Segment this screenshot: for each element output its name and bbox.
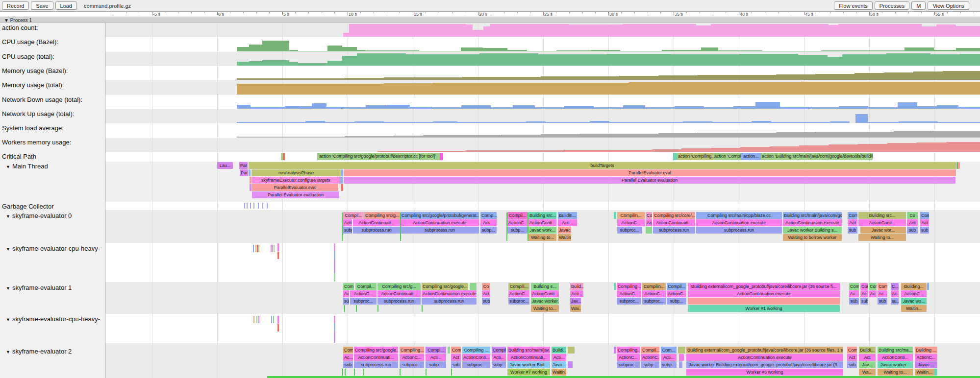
trace-block[interactable]: action 'Compili...: [713, 153, 741, 160]
trace-block[interactable]: Acti...: [426, 354, 446, 361]
trace-block[interactable]: ActionConti...: [531, 290, 559, 297]
trace-block[interactable]: Building...: [901, 283, 927, 290]
trace-block[interactable]: [568, 361, 573, 368]
trace-block[interactable]: Compi...: [426, 347, 446, 354]
trace-block[interactable]: Building external/com_google_protobuf/ja…: [686, 347, 843, 354]
trace-block[interactable]: Acti...: [343, 219, 352, 226]
trace-block[interactable]: ParallelEvaluator.eval: [344, 169, 956, 176]
sidebar-label-skyframe-evaluator-cpu-heavy[interactable]: ▼skyframe-evaluator-cpu-heavy-: [0, 245, 104, 252]
trace-block[interactable]: Build...: [570, 283, 583, 290]
trace-block[interactable]: Act: [848, 219, 857, 226]
trace-block[interactable]: Building ...: [915, 347, 937, 354]
trace-block[interactable]: subprocess.run: [696, 227, 782, 234]
trace-block[interactable]: [678, 347, 685, 354]
trace-block[interactable]: Java...: [552, 361, 566, 368]
trace-block[interactable]: Jav...: [859, 361, 876, 368]
trace-block[interactable]: ActionContinuation.execute: [783, 219, 842, 226]
trace-block[interactable]: Compiling ...: [617, 283, 641, 290]
trace-block[interactable]: ActionContinuation.execute: [401, 219, 479, 226]
processes-button[interactable]: Processes: [875, 1, 909, 10]
trace-block[interactable]: [341, 184, 343, 191]
flow-events-button[interactable]: Flow events: [834, 1, 873, 10]
trace-block[interactable]: Com...: [661, 347, 677, 354]
trace-block[interactable]: Waiting to borrow worker: [783, 234, 842, 241]
trace-block[interactable]: Jav...: [570, 298, 581, 305]
trace-block[interactable]: subp...: [641, 361, 659, 368]
trace-block[interactable]: Compil...: [507, 212, 528, 219]
trace-block[interactable]: Com: [848, 212, 857, 219]
sidebar-label-skyframe-evaluator-cpu-heavy[interactable]: ▼skyframe-evaluator-cpu-heavy-: [0, 315, 104, 323]
trace-block[interactable]: Compili...: [508, 283, 529, 290]
trace-block[interactable]: ActionContinuati...: [377, 290, 421, 297]
trace-block[interactable]: sub: [920, 227, 929, 234]
trace-block[interactable]: Compilin...: [617, 212, 645, 219]
trace-block[interactable]: [679, 354, 684, 361]
trace-block[interactable]: Parallel Evaluator evaluation: [252, 191, 339, 198]
trace-block[interactable]: Compil...: [492, 347, 506, 354]
trace-block[interactable]: Ac...: [891, 290, 899, 297]
trace-block[interactable]: [249, 169, 251, 176]
trace-block[interactable]: Building src/main/java/com/go...: [783, 212, 842, 219]
trace-block[interactable]: Ac...: [343, 290, 349, 297]
trace-block[interactable]: Compiling src/g...: [364, 212, 400, 219]
trace-block[interactable]: subp...: [661, 361, 677, 368]
trace-block[interactable]: ActionC...: [617, 354, 640, 361]
trace-block[interactable]: sub: [907, 227, 918, 234]
trace-block[interactable]: ActionC...: [400, 354, 424, 361]
trace-block[interactable]: Co: [907, 212, 918, 219]
trace-block[interactable]: Act: [847, 354, 857, 361]
trace-block[interactable]: ActionContinuation.execute: [696, 219, 782, 226]
trace-block[interactable]: Com: [860, 283, 868, 290]
trace-block[interactable]: [688, 298, 840, 305]
trace-block[interactable]: [250, 177, 251, 184]
trace-block[interactable]: Acti...: [480, 219, 497, 226]
trace-block[interactable]: Co: [482, 283, 490, 290]
m-button[interactable]: M: [911, 1, 926, 10]
view-options-button[interactable]: View Options: [928, 1, 969, 10]
trace-block[interactable]: Lau...: [217, 162, 233, 169]
trace-block[interactable]: Par: [239, 162, 248, 169]
timeline-ruler[interactable]: -5 s0 s5 s10 s15 s20 s25 s30 s35 s40 s45…: [105, 11, 980, 17]
trace-block[interactable]: sub: [860, 298, 868, 305]
trace-block[interactable]: Javac wo...: [901, 298, 927, 305]
trace-block[interactable]: Compiling src/google/protobuf/generat...: [401, 212, 479, 219]
trace-block[interactable]: subprocess.run: [354, 361, 398, 368]
trace-block[interactable]: Ac...: [343, 354, 353, 361]
trace-block[interactable]: Javac worker Building s...: [783, 227, 842, 234]
trace-block[interactable]: ActionC...: [642, 290, 666, 297]
trace-block[interactable]: Ac...: [878, 290, 887, 297]
trace-block[interactable]: subp...: [480, 227, 497, 234]
trace-block[interactable]: ActionConti...: [462, 354, 490, 361]
trace-block[interactable]: Compiling ...: [462, 347, 490, 354]
trace-block[interactable]: subprocess.run: [353, 227, 400, 234]
trace-block[interactable]: Com: [878, 283, 887, 290]
trace-block[interactable]: subproc...: [617, 227, 642, 234]
trace-block[interactable]: Acti...: [492, 354, 506, 361]
trace-block[interactable]: Worker #1 working: [688, 305, 840, 312]
trace-block[interactable]: [958, 162, 960, 169]
trace-block[interactable]: Waitin...: [915, 369, 934, 376]
trace-block[interactable]: Compil...: [667, 283, 686, 290]
trace-block[interactable]: sub: [451, 361, 461, 368]
trace-block[interactable]: [341, 169, 343, 176]
trace-block[interactable]: action 'Compiling src/google/protobuf/de…: [317, 153, 438, 160]
trace-block[interactable]: Act: [859, 354, 876, 361]
trace-block[interactable]: Act: [451, 354, 461, 361]
sidebar-label-skyframe-evaluator-1[interactable]: ▼skyframe-evaluator 1: [0, 284, 104, 291]
collapse-triangle-icon[interactable]: ▼: [6, 317, 10, 322]
trace-block[interactable]: ActionC...: [617, 219, 645, 226]
trace-block[interactable]: Act: [907, 219, 918, 226]
trace-block[interactable]: ActionContinuati...: [354, 354, 398, 361]
trace-block[interactable]: action 'Compiling...: [677, 153, 713, 160]
trace-block[interactable]: subproc...: [508, 298, 529, 305]
trace-block[interactable]: Javac work...: [528, 227, 556, 234]
trace-block[interactable]: subproc...: [617, 361, 640, 368]
trace-block[interactable]: Compiling src/google...: [354, 347, 398, 354]
trace-block[interactable]: ParallelEvaluator.eval: [252, 184, 338, 191]
save-button[interactable]: Save: [31, 1, 53, 10]
trace-block[interactable]: [614, 283, 616, 290]
trace-block[interactable]: Compiling...: [617, 347, 640, 354]
trace-block[interactable]: subprocess.run: [377, 298, 421, 305]
trace-block[interactable]: ActionC...: [508, 290, 529, 297]
trace-block[interactable]: [679, 361, 682, 368]
